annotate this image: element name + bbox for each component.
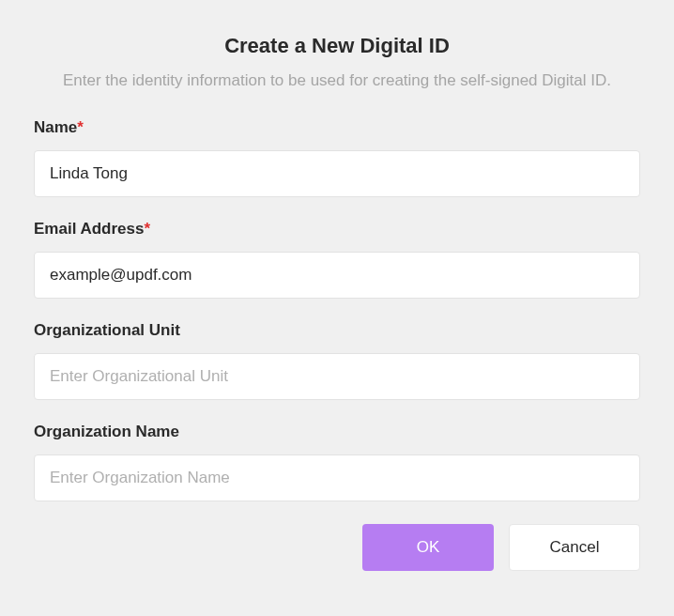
form-group-name: Name* <box>34 118 640 197</box>
email-input[interactable] <box>34 252 640 299</box>
ok-button[interactable]: OK <box>362 524 494 571</box>
name-input[interactable] <box>34 150 640 197</box>
org-unit-input[interactable] <box>34 353 640 400</box>
name-label-text: Name <box>34 118 77 136</box>
dialog-subtitle: Enter the identity information to be use… <box>34 71 640 90</box>
button-row: OK Cancel <box>34 524 640 571</box>
name-label: Name* <box>34 118 640 137</box>
cancel-button[interactable]: Cancel <box>509 524 640 571</box>
org-name-label: Organization Name <box>34 423 640 441</box>
dialog-title: Create a New Digital ID <box>34 34 640 58</box>
org-unit-label: Organizational Unit <box>34 321 640 340</box>
org-name-input[interactable] <box>34 454 640 501</box>
form-group-org-unit: Organizational Unit <box>34 321 640 400</box>
required-asterisk: * <box>77 118 84 136</box>
create-digital-id-dialog: Create a New Digital ID Enter the identi… <box>0 0 674 599</box>
email-label: Email Address* <box>34 220 640 239</box>
form-group-email: Email Address* <box>34 220 640 299</box>
form-group-org-name: Organization Name <box>34 423 640 501</box>
required-asterisk: * <box>144 220 150 238</box>
email-label-text: Email Address <box>34 220 144 238</box>
